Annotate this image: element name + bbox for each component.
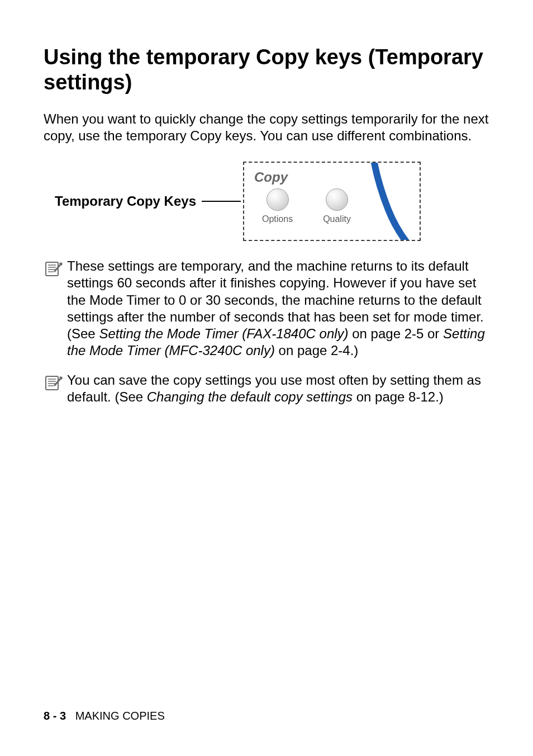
note-2-text: You can save the copy settings you use m…	[67, 372, 489, 405]
note-icon	[44, 373, 67, 394]
copy-panel-title: Copy	[254, 169, 414, 185]
tck-label: Temporary Copy Keys	[55, 193, 196, 209]
note-1-text: These settings are temporary, and the ma…	[67, 258, 489, 359]
copy-panel: Copy Options Quality	[243, 162, 421, 241]
note-icon	[44, 259, 67, 280]
page-number: 8 - 3	[44, 710, 66, 722]
pointer-line	[202, 201, 241, 202]
options-button	[266, 188, 289, 211]
page-footer: 8 - 3 MAKING COPIES	[44, 710, 165, 722]
note-2: You can save the copy settings you use m…	[44, 372, 489, 405]
quality-button	[326, 188, 348, 211]
section-name: MAKING COPIES	[75, 710, 165, 722]
section-heading: Using the temporary Copy keys (Temporary…	[44, 45, 489, 95]
note-1: These settings are temporary, and the ma…	[44, 258, 489, 359]
temporary-copy-keys-figure: Temporary Copy Keys Copy Options Quality	[44, 162, 489, 241]
quality-button-label: Quality	[323, 214, 351, 224]
options-button-label: Options	[262, 214, 293, 224]
intro-paragraph: When you want to quickly change the copy…	[44, 111, 489, 145]
